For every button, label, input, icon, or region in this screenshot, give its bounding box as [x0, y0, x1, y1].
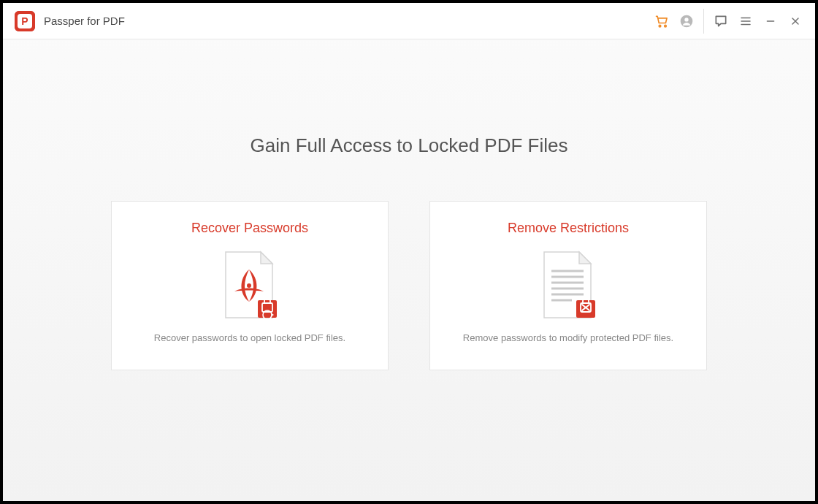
close-button[interactable] [783, 9, 808, 34]
hamburger-icon [739, 15, 752, 28]
recover-passwords-card[interactable]: Recover Passwords [111, 201, 389, 370]
svg-point-3 [684, 18, 688, 21]
main-content: Gain Full Access to Locked PDF Files Rec… [3, 39, 815, 501]
svg-point-0 [659, 25, 661, 26]
cart-icon [654, 14, 669, 28]
minimize-icon [765, 15, 776, 27]
pdf-lock-icon [217, 249, 283, 322]
user-icon [679, 14, 694, 28]
app-window: P Passper for PDF [3, 3, 815, 501]
svg-point-1 [665, 25, 667, 26]
recover-passwords-title: Recover Passwords [191, 221, 308, 236]
app-logo-letter: P [18, 14, 32, 28]
menu-button[interactable] [733, 9, 758, 34]
recover-passwords-illustration [217, 249, 283, 322]
close-icon [790, 15, 801, 27]
remove-restrictions-title: Remove Restrictions [508, 221, 629, 236]
speech-bubble-icon [708, 9, 733, 34]
cart-button[interactable] [649, 9, 674, 34]
page-headline: Gain Full Access to Locked PDF Files [251, 134, 568, 157]
app-logo-icon: P [15, 11, 35, 31]
titlebar-left: P Passper for PDF [15, 11, 125, 31]
feedback-button[interactable] [703, 9, 733, 34]
option-cards: Recover Passwords [111, 201, 707, 370]
titlebar-right [649, 9, 808, 34]
remove-restrictions-desc: Remove passwords to modify protected PDF… [463, 332, 673, 343]
svg-marker-17 [579, 252, 591, 264]
titlebar: P Passper for PDF [3, 3, 815, 39]
app-title: Passper for PDF [44, 15, 125, 27]
document-lock-x-icon [535, 249, 601, 322]
svg-marker-11 [261, 252, 272, 264]
recover-passwords-desc: Recover passwords to open locked PDF fil… [154, 332, 345, 343]
remove-restrictions-card[interactable]: Remove Restrictions [429, 201, 707, 370]
svg-point-12 [247, 283, 251, 288]
minimize-button[interactable] [758, 9, 783, 34]
account-button[interactable] [674, 9, 699, 34]
remove-restrictions-illustration [535, 249, 601, 322]
